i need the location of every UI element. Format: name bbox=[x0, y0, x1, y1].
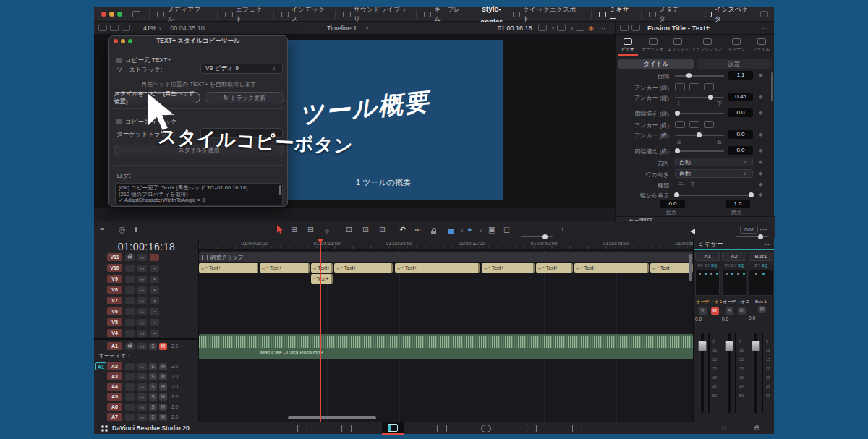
eq-button[interactable]: EQ bbox=[711, 263, 717, 268]
dynamics-button[interactable]: DY bbox=[705, 263, 710, 268]
dialog-minimize-button[interactable] bbox=[121, 39, 125, 43]
monitor-volume-slider[interactable] bbox=[736, 236, 768, 237]
mixer-toggle[interactable]: ミキサー bbox=[592, 7, 641, 21]
direction-dropdown[interactable]: 自動∨ bbox=[675, 158, 753, 166]
home-icon[interactable]: ⌂ bbox=[722, 424, 726, 432]
lock-icon[interactable] bbox=[125, 393, 135, 401]
dialog-titlebar[interactable]: TEXT+ スタイルコピーツール bbox=[109, 36, 287, 46]
text-clip[interactable]: ∞*Text+ bbox=[482, 263, 535, 273]
audio-track-row[interactable]: A3 ‹|› S M 2.0 bbox=[94, 372, 199, 381]
video-track-row[interactable]: V11 ‹|› bbox=[94, 252, 199, 262]
lock-icon[interactable] bbox=[125, 297, 135, 304]
auto-select-icon[interactable]: ‹|› bbox=[137, 343, 147, 350]
mute-button[interactable]: M bbox=[711, 307, 719, 315]
text-clip[interactable]: ∞*Text+ bbox=[199, 263, 258, 273]
line-spacing-slider[interactable] bbox=[675, 75, 724, 77]
tab-video[interactable]: ビデオ bbox=[616, 35, 640, 56]
lock-icon[interactable] bbox=[125, 383, 135, 391]
eq-button[interactable]: EQ bbox=[738, 263, 744, 268]
edit-page-selected[interactable] bbox=[382, 422, 404, 435]
chevron-down-icon[interactable]: ∨ bbox=[479, 228, 482, 234]
solo-button[interactable]: S bbox=[699, 307, 707, 315]
eq-thumbnail[interactable] bbox=[695, 270, 720, 296]
dynamic-trim-icon[interactable]: ‹|› bbox=[324, 226, 329, 236]
snapping-icon[interactable]: ↶ bbox=[399, 225, 406, 234]
tab-image[interactable]: イメージ bbox=[724, 35, 749, 56]
keyframe-icon[interactable]: ◆ bbox=[759, 94, 762, 100]
link-clips-icon[interactable]: ∞ bbox=[415, 225, 421, 234]
video-track-row[interactable]: V7 ‹|› ▪ bbox=[94, 296, 199, 305]
solo-button[interactable]: S bbox=[149, 414, 157, 421]
media-pool-toggle[interactable]: メディアプール bbox=[150, 7, 217, 21]
dialog-close-button[interactable] bbox=[114, 39, 118, 43]
mute-button[interactable]: M bbox=[159, 393, 167, 401]
track-enable-icon[interactable]: ▪ bbox=[150, 319, 159, 326]
fx-button[interactable]: FX bbox=[725, 263, 730, 268]
auto-select-icon[interactable]: ‹|› bbox=[137, 297, 147, 304]
track-enable-icon[interactable]: ▪ bbox=[150, 286, 159, 294]
solo-button[interactable]: S bbox=[149, 383, 157, 391]
text-clip[interactable]: *Text+ bbox=[311, 274, 333, 284]
subtab-title[interactable]: タイトル bbox=[618, 59, 694, 69]
write-on-start-value[interactable]: 0.0 bbox=[660, 200, 685, 208]
inspector-scrollbar[interactable] bbox=[771, 72, 773, 101]
line-direction-dropdown[interactable]: 自動∨ bbox=[675, 169, 753, 178]
track-enable-icon[interactable]: ▪ bbox=[150, 308, 159, 315]
mute-button[interactable]: M bbox=[159, 383, 167, 391]
lock-icon[interactable] bbox=[125, 414, 135, 421]
audio-track-row[interactable]: A4 ‹|› S M 2.0 bbox=[94, 382, 199, 391]
mute-button[interactable]: M bbox=[758, 306, 766, 313]
subtab-settings[interactable]: 設定 bbox=[697, 59, 772, 69]
track-enable-icon[interactable]: ▪ bbox=[150, 297, 159, 304]
lock-icon[interactable] bbox=[125, 254, 135, 261]
fader-handle[interactable] bbox=[752, 341, 760, 351]
channel-id[interactable]: A1 bbox=[695, 252, 720, 261]
gear-icon[interactable]: ⊕ bbox=[754, 424, 760, 432]
fairlight-page-icon[interactable] bbox=[527, 425, 537, 432]
playhead[interactable] bbox=[320, 239, 321, 422]
solo-button[interactable]: S bbox=[149, 404, 157, 411]
lock-icon[interactable] bbox=[125, 330, 135, 337]
audio-track-row[interactable]: A1 A2 ‹|› S M 2.0 bbox=[94, 362, 199, 371]
audio-track-main-row[interactable]: A1 ‹|› S M 2.0 bbox=[94, 341, 199, 351]
eq-thumbnail[interactable] bbox=[722, 270, 746, 296]
tab-effects[interactable]: エフェクト bbox=[665, 35, 690, 56]
audio-trim-icon[interactable]: ◎ bbox=[119, 225, 126, 234]
video-track-row[interactable]: V4 ‹|› ▪ bbox=[94, 328, 199, 338]
align-middle-icon[interactable] bbox=[689, 83, 699, 90]
timeline-horizontal-scrollbar[interactable] bbox=[288, 416, 376, 419]
metadata-toggle[interactable]: メタデータ bbox=[642, 7, 697, 21]
align-right-icon[interactable] bbox=[704, 121, 714, 128]
color-page-icon[interactable] bbox=[481, 425, 491, 432]
mute-button[interactable]: M bbox=[738, 307, 746, 315]
mute-button[interactable]: M bbox=[159, 343, 167, 350]
lock-icon[interactable] bbox=[125, 373, 135, 380]
auto-select-icon[interactable]: ‹|› bbox=[137, 373, 147, 380]
keyframe-icon[interactable]: ◆ bbox=[759, 110, 762, 116]
lock-icon[interactable] bbox=[125, 319, 135, 326]
tab-audio[interactable]: オーディオ bbox=[640, 35, 665, 56]
track-disable-icon[interactable] bbox=[150, 254, 159, 261]
remote-monitoring-icon[interactable] bbox=[132, 11, 140, 17]
lock-icon[interactable] bbox=[125, 276, 135, 283]
lock-icon[interactable] bbox=[125, 404, 135, 411]
fader-handle[interactable] bbox=[725, 341, 733, 351]
timeline-lane[interactable]: 01:00:08:00 01:00:16:00 01:00:24:00 01:0… bbox=[199, 239, 693, 422]
keyframe-icon[interactable]: ◆ bbox=[759, 159, 762, 165]
solo-button[interactable]: S bbox=[726, 307, 733, 315]
split-screen-icon[interactable] bbox=[576, 25, 584, 31]
viewer-zoom-select[interactable]: 41% bbox=[143, 25, 156, 32]
keyframe-icon[interactable]: ◆ bbox=[759, 72, 762, 78]
overwrite-clip-icon[interactable]: ⊡ bbox=[362, 225, 369, 234]
timeline-options-icon[interactable]: ≡ bbox=[100, 225, 104, 234]
audio-track-row[interactable]: A5 ‹|› S M 2.0 bbox=[94, 392, 199, 401]
speaker-icon[interactable] bbox=[690, 227, 695, 236]
log-output[interactable]: [OK] コピー完了: Text+ (再生ヘッド TC=01:00:16:18)… bbox=[115, 183, 283, 205]
lock-icon[interactable] bbox=[125, 265, 135, 272]
video-track-row[interactable]: V8 ‹|› ▪ bbox=[94, 285, 199, 294]
channel-id[interactable]: A2 bbox=[722, 252, 746, 261]
video-track-row[interactable]: V10 ‹|› ▪ bbox=[94, 263, 199, 273]
fusion-page-icon[interactable] bbox=[437, 425, 447, 432]
chevron-down-icon[interactable]: ∨ bbox=[460, 228, 464, 234]
fader-handle[interactable] bbox=[698, 341, 707, 351]
